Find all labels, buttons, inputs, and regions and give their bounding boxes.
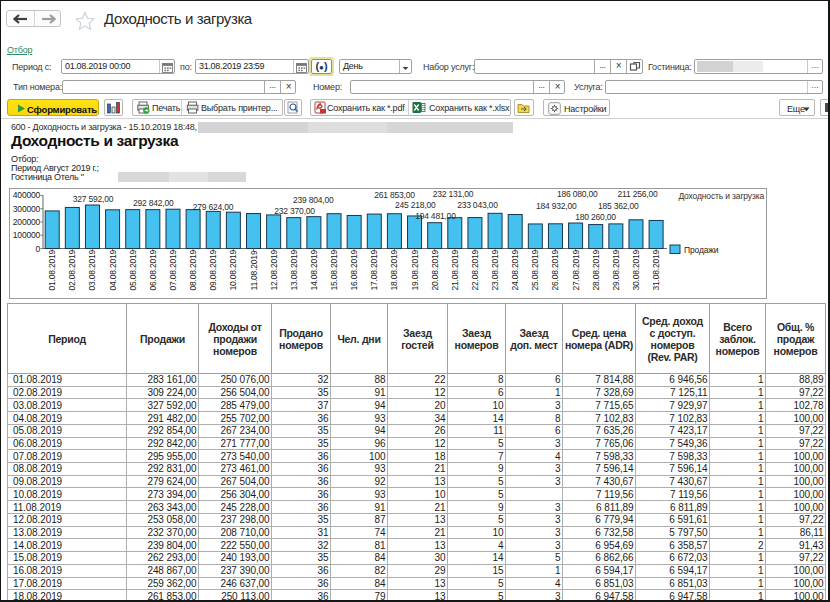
svg-text:400000: 400000 <box>13 190 41 200</box>
svg-text:06.08.2019: 06.08.2019 <box>148 249 158 290</box>
svg-text:08.08.2019: 08.08.2019 <box>188 249 198 290</box>
svg-text:14.08.2019: 14.08.2019 <box>309 249 319 290</box>
svg-text:11.08.2019: 11.08.2019 <box>249 250 259 290</box>
svg-text:01.08.2019: 01.08.2019 <box>47 249 57 290</box>
svg-text:0: 0 <box>35 244 40 254</box>
svg-text:24.08.2019: 24.08.2019 <box>510 249 520 290</box>
svg-text:15.08.2019: 15.08.2019 <box>329 249 339 290</box>
svg-text:22.08.2019: 22.08.2019 <box>470 249 480 290</box>
svg-text:300000: 300000 <box>13 204 41 214</box>
svg-text:03.08.2019: 03.08.2019 <box>87 249 97 290</box>
svg-text:233 043,00: 233 043,00 <box>457 200 498 210</box>
svg-text:27.08.2019: 27.08.2019 <box>571 249 581 290</box>
svg-text:17.08.2019: 17.08.2019 <box>369 249 379 290</box>
svg-text:Продажи: Продажи <box>684 245 719 255</box>
svg-text:09.08.2019: 09.08.2019 <box>208 249 218 290</box>
svg-text:245 218,00: 245 218,00 <box>395 200 436 210</box>
svg-text:100000: 100000 <box>13 230 41 240</box>
svg-text:29.08.2019: 29.08.2019 <box>611 249 621 290</box>
svg-text:Доходность и загрузка: Доходность и загрузка <box>678 191 764 201</box>
svg-text:194 481,00: 194 481,00 <box>415 211 456 221</box>
svg-text:184 932,00: 184 932,00 <box>536 201 577 211</box>
svg-text:31.08.2019: 31.08.2019 <box>651 249 661 290</box>
svg-text:16.08.2019: 16.08.2019 <box>349 249 359 290</box>
svg-text:13.08.2019: 13.08.2019 <box>289 249 299 290</box>
svg-text:18.08.2019: 18.08.2019 <box>389 249 399 290</box>
svg-text:30.08.2019: 30.08.2019 <box>631 249 641 290</box>
svg-text:279 624,00: 279 624,00 <box>193 202 234 212</box>
svg-text:239 804,00: 239 804,00 <box>293 195 334 205</box>
svg-text:185 362,00: 185 362,00 <box>598 201 639 211</box>
svg-text:28.08.2019: 28.08.2019 <box>591 249 601 290</box>
svg-text:26.08.2019: 26.08.2019 <box>550 249 560 290</box>
svg-text:292 842,00: 292 842,00 <box>133 198 174 208</box>
svg-text:261 853,00: 261 853,00 <box>374 190 415 200</box>
svg-text:211 256,00: 211 256,00 <box>618 189 658 199</box>
svg-text:232 131,00: 232 131,00 <box>433 189 474 199</box>
svg-text:327 592,00: 327 592,00 <box>73 194 114 204</box>
svg-text:23.08.2019: 23.08.2019 <box>490 249 500 290</box>
svg-text:12.08.2019: 12.08.2019 <box>269 249 279 290</box>
svg-text:02.08.2019: 02.08.2019 <box>67 249 77 290</box>
svg-text:232 370,00: 232 370,00 <box>274 206 315 216</box>
svg-text:180 260,00: 180 260,00 <box>575 212 616 222</box>
svg-text:20.08.2019: 20.08.2019 <box>430 249 440 290</box>
svg-text:10.08.2019: 10.08.2019 <box>228 249 238 290</box>
svg-text:19.08.2019: 19.08.2019 <box>410 249 420 290</box>
svg-text:05.08.2019: 05.08.2019 <box>128 249 138 290</box>
svg-text:07.08.2019: 07.08.2019 <box>168 249 178 290</box>
svg-text:25.08.2019: 25.08.2019 <box>530 249 540 290</box>
svg-text:200000: 200000 <box>13 217 41 227</box>
svg-text:186 080,00: 186 080,00 <box>557 189 598 199</box>
svg-text:21.08.2019: 21.08.2019 <box>450 249 460 290</box>
svg-text:04.08.2019: 04.08.2019 <box>108 249 118 290</box>
